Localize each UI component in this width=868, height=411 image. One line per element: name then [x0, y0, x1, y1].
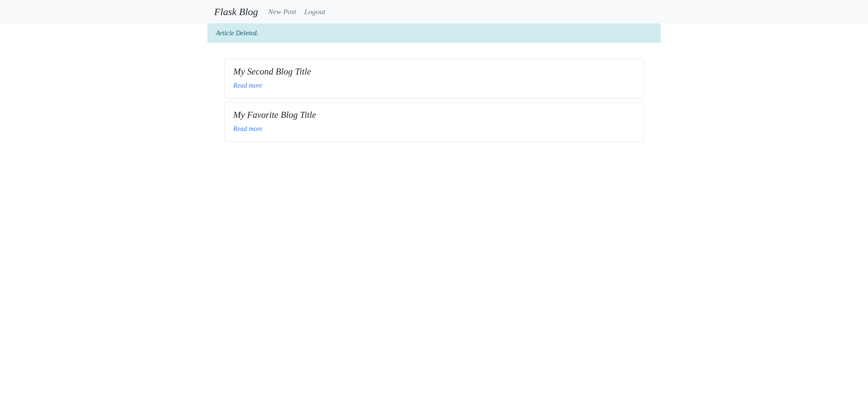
post-title: My Favorite Blog Title — [233, 110, 635, 120]
post-title: My Second Blog Title — [233, 66, 635, 77]
nav-link-new-post[interactable]: New Post — [265, 5, 300, 18]
flash-alert: Article Deleted. — [208, 24, 660, 42]
brand-link[interactable]: Flask Blog — [214, 6, 258, 18]
post-card: My Second Blog Title Read more — [224, 59, 644, 98]
navbar: Flask Blog New Post Logout — [0, 0, 868, 24]
read-more-link[interactable]: Read more — [233, 82, 262, 89]
posts-container: My Second Blog Title Read more My Favori… — [217, 42, 651, 152]
page-wrapper: Article Deleted. My Second Blog Title Re… — [208, 24, 660, 152]
read-more-link[interactable]: Read more — [233, 125, 262, 132]
post-card: My Favorite Blog Title Read more — [224, 102, 644, 142]
nav-link-logout[interactable]: Logout — [301, 5, 329, 18]
alert-message: Article Deleted. — [216, 29, 258, 37]
alert-container: Article Deleted. — [208, 24, 660, 42]
navbar-inner: Flask Blog New Post Logout — [208, 3, 660, 21]
